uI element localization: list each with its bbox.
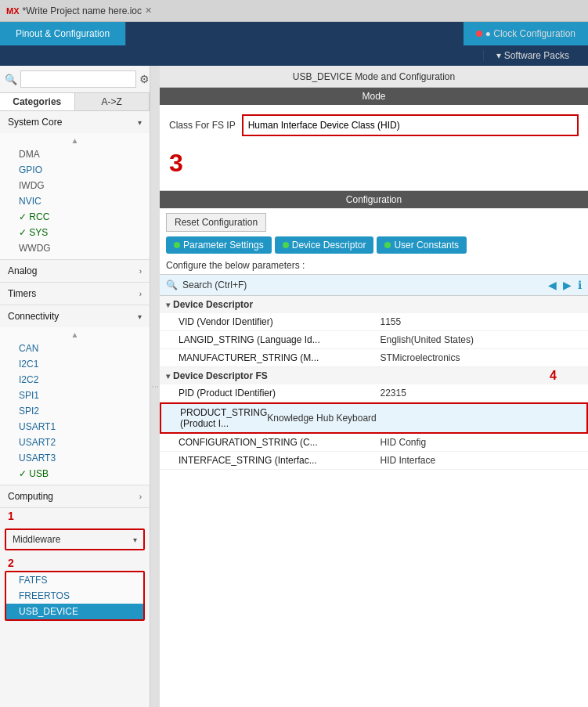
tab-dot-1 xyxy=(174,242,180,248)
device-descriptor-group-label: Device Descriptor xyxy=(173,299,253,310)
sidebar-item-can[interactable]: CAN xyxy=(0,341,150,356)
sidebar-search-bar: 🔍 ⚙ xyxy=(0,66,150,93)
sidebar-item-dma[interactable]: DMA xyxy=(0,146,150,162)
resize-handle[interactable]: ⋮ xyxy=(150,66,160,707)
tab-clock[interactable]: ● Clock Configuration xyxy=(464,22,588,45)
computing-header[interactable]: Computing › xyxy=(0,485,150,507)
system-core-header[interactable]: System Core ▾ xyxy=(0,111,150,133)
config-search-icon: 🔍 xyxy=(166,280,178,290)
param-interface-name: INTERFACE_STRING (Interfac... xyxy=(179,455,381,466)
sidebar-item-usb[interactable]: USB xyxy=(0,466,150,482)
config-tabs: Parameter Settings Device Descriptor Use… xyxy=(160,236,588,258)
middleware-items: FATFS FREERTOS USB_DEVICE xyxy=(6,572,143,619)
mx-icon: MX xyxy=(6,6,20,16)
chevron-down-icon3: ▾ xyxy=(133,536,137,544)
param-langid-name: LANGID_STRING (Language Id... xyxy=(179,334,381,345)
chevron-right-icon3: › xyxy=(139,492,142,501)
number-4-label: 4 xyxy=(550,369,557,383)
number-3-label: 3 xyxy=(160,142,588,184)
info-icon[interactable]: ℹ xyxy=(578,279,582,291)
tab-user-constants[interactable]: User Constants xyxy=(377,236,467,254)
tab-dot-2 xyxy=(283,242,289,248)
tab-categories[interactable]: Categories xyxy=(0,93,75,110)
tab-az[interactable]: A->Z xyxy=(75,93,150,110)
category-system-core: System Core ▾ ▲ DMA GPIO IWDG NVIC RCC S… xyxy=(0,111,150,260)
computing-label: Computing xyxy=(8,491,53,502)
middleware-items-box: FATFS FREERTOS USB_DEVICE xyxy=(5,571,145,621)
config-search-input[interactable] xyxy=(182,280,542,290)
analog-header[interactable]: Analog › xyxy=(0,260,150,282)
middleware-box: Middleware ▾ xyxy=(5,528,145,550)
device-descriptor-group[interactable]: ▾ Device Descriptor xyxy=(160,296,588,313)
tab-parameter-settings[interactable]: Parameter Settings xyxy=(166,236,272,254)
tab-device-descriptor[interactable]: Device Descriptor xyxy=(275,236,374,254)
connectivity-header[interactable]: Connectivity ▾ xyxy=(0,305,150,327)
category-computing: Computing › xyxy=(0,485,150,508)
sidebar-item-spi2[interactable]: SPI2 xyxy=(0,403,150,419)
param-row-pid: PID (Product IDentifier) 22315 xyxy=(160,384,588,402)
search-prev-button[interactable]: ◀ xyxy=(547,277,558,293)
param-product-name: PRODUCT_STRING (Product I... xyxy=(180,407,267,429)
close-icon[interactable]: ✕ xyxy=(145,5,152,16)
category-timers: Timers › xyxy=(0,283,150,305)
search-next-button[interactable]: ▶ xyxy=(561,277,573,293)
connectivity-items: ▲ CAN I2C1 I2C2 SPI1 SPI2 USART1 USART2 … xyxy=(0,327,150,485)
param-row-product-string[interactable]: PRODUCT_STRING (Product I... xyxy=(160,402,588,434)
sidebar-item-rcc[interactable]: RCC xyxy=(0,209,150,225)
sidebar-item-usart3[interactable]: USART3 xyxy=(0,450,150,466)
sidebar-item-i2c2[interactable]: I2C2 xyxy=(0,372,150,388)
chevron-right-icon: › xyxy=(139,267,142,276)
sidebar-item-usb-device[interactable]: USB_DEVICE xyxy=(6,604,143,619)
param-langid-value: English(United States) xyxy=(381,334,583,345)
sidebar-tabs: Categories A->Z xyxy=(0,93,150,111)
device-descriptor-fs-group[interactable]: ▾ Device Descriptor FS 4 xyxy=(160,367,588,384)
class-row: Class For FS IP Human Interface Device C… xyxy=(160,111,588,139)
sidebar-item-spi1[interactable]: SPI1 xyxy=(0,388,150,403)
param-product-value-input[interactable] xyxy=(267,413,580,424)
search-buttons: ◀ ▶ xyxy=(547,277,573,293)
sidebar-item-fatfs[interactable]: FATFS xyxy=(6,572,143,588)
sidebar-item-usart1[interactable]: USART1 xyxy=(0,419,150,435)
sidebar-item-i2c1[interactable]: I2C1 xyxy=(0,356,150,372)
title-bar: MX *Write Project name here.ioc ✕ xyxy=(0,0,588,22)
clock-dot xyxy=(476,31,482,37)
mode-section: Mode Class For FS IP Human Interface Dev… xyxy=(160,88,588,191)
title-bar-text: *Write Project name here.ioc xyxy=(23,5,142,16)
gear-icon[interactable]: ⚙ xyxy=(139,73,150,85)
param-row-manufacturer: MANUFACTURER_STRING (M... STMicroelectro… xyxy=(160,349,588,367)
middleware-header[interactable]: Middleware ▾ xyxy=(6,530,143,549)
category-analog: Analog › xyxy=(0,260,150,283)
chevron-down-icon4: ▾ xyxy=(166,301,170,309)
sidebar-scroll[interactable]: System Core ▾ ▲ DMA GPIO IWDG NVIC RCC S… xyxy=(0,111,150,707)
timers-label: Timers xyxy=(8,288,36,299)
software-packs-tab[interactable]: ▾ Software Packs xyxy=(483,50,582,61)
sidebar-item-gpio[interactable]: GPIO xyxy=(0,162,150,178)
sidebar-item-wwdg[interactable]: WWDG xyxy=(0,240,150,256)
content-area: USB_DEVICE Mode and Configuration Mode C… xyxy=(160,66,588,707)
analog-label: Analog xyxy=(8,265,37,276)
chevron-right-icon2: › xyxy=(139,290,142,298)
class-select[interactable]: Human Interface Device Class (HID) xyxy=(245,117,575,133)
param-pid-value: 22315 xyxy=(381,388,583,399)
tab-pinout[interactable]: Pinout & Configuration xyxy=(0,22,126,45)
class-select-wrapper: Human Interface Device Class (HID) xyxy=(242,114,579,136)
connectivity-label: Connectivity xyxy=(8,311,59,322)
sidebar-item-nvic[interactable]: NVIC xyxy=(0,193,150,209)
number-label-2: 2 xyxy=(3,555,19,571)
sidebar-search-input[interactable] xyxy=(20,70,136,88)
class-label: Class For FS IP xyxy=(169,120,236,131)
sidebar-item-freertos[interactable]: FREERTOS xyxy=(6,588,143,604)
top-nav: Pinout & Configuration ● Clock Configura… xyxy=(0,22,588,45)
param-vid-value: 1155 xyxy=(381,316,583,327)
sidebar-item-sys[interactable]: SYS xyxy=(0,225,150,240)
chevron-down-icon2: ▾ xyxy=(138,312,142,321)
config-section: Configuration Reset Configuration Parame… xyxy=(160,191,588,707)
number-label-1: 1 xyxy=(3,508,19,524)
sidebar-item-iwdg[interactable]: IWDG xyxy=(0,178,150,193)
scroll-up-indicator2: ▲ xyxy=(0,329,150,341)
timers-header[interactable]: Timers › xyxy=(0,283,150,305)
sidebar-item-usart2[interactable]: USART2 xyxy=(0,435,150,450)
reset-config-button[interactable]: Reset Configuration xyxy=(166,213,266,232)
param-vid-name: VID (Vendor IDentifier) xyxy=(179,316,381,327)
middleware-label: Middleware xyxy=(13,534,60,545)
